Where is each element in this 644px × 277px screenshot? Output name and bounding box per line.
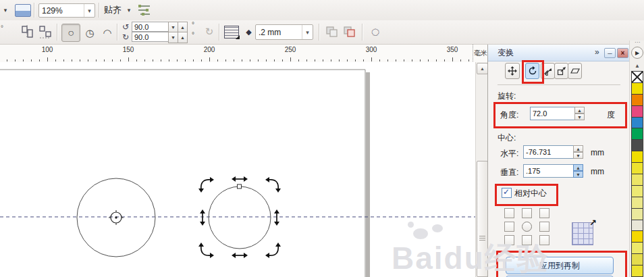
anchor-bottom-center[interactable] bbox=[522, 235, 532, 245]
vertical-center-input[interactable] bbox=[523, 164, 574, 178]
angle-label: 角度: bbox=[500, 109, 518, 121]
skew-handle-right[interactable] bbox=[274, 209, 279, 226]
horizontal-spin-down-icon[interactable]: ▼ bbox=[573, 152, 583, 159]
change-direction-icon: ↻ bbox=[203, 25, 216, 39]
color-swatch[interactable] bbox=[631, 95, 643, 106]
position-transform-button[interactable] bbox=[505, 63, 520, 79]
color-swatch[interactable] bbox=[631, 209, 643, 220]
angle-input[interactable] bbox=[530, 107, 576, 120]
color-swatch[interactable] bbox=[631, 106, 643, 118]
copies-grid-icon[interactable]: ↗ bbox=[572, 222, 593, 245]
start-angle-field[interactable]: 90.0 bbox=[132, 22, 171, 32]
apply-to-duplicate-button[interactable]: 应用到再制 bbox=[506, 257, 614, 274]
relative-center-checkbox[interactable] bbox=[502, 188, 512, 198]
relative-center-label: 相对中心 bbox=[514, 188, 547, 199]
color-swatch[interactable] bbox=[631, 231, 643, 243]
snap-dropdown-icon[interactable]: ▾ bbox=[126, 7, 132, 14]
alignment-guides-icon[interactable] bbox=[138, 4, 151, 16]
vertical-spin-up-icon[interactable]: ▲ bbox=[573, 164, 583, 171]
pie-mode-button[interactable]: ◷ bbox=[81, 24, 99, 42]
vertical-scrollbar[interactable]: ▲ bbox=[475, 62, 488, 277]
docker-overflow-icon[interactable]: » bbox=[595, 47, 599, 57]
no-color-swatch[interactable] bbox=[631, 71, 643, 83]
anchor-top-center[interactable] bbox=[522, 208, 532, 218]
rotation-center-marker[interactable] bbox=[109, 210, 124, 225]
anchor-top-right[interactable] bbox=[539, 208, 549, 218]
color-palette-swatches bbox=[630, 71, 644, 277]
outline-width-combo[interactable]: .2 mm ▾ bbox=[255, 24, 313, 40]
palette-flyout-button[interactable]: ▶ bbox=[631, 47, 643, 59]
selected-circle-shape[interactable] bbox=[209, 186, 271, 249]
palette-scroll-up-icon[interactable]: ▲ bbox=[633, 61, 642, 70]
ruler-tick-label: 350 bbox=[447, 46, 458, 53]
size-transform-button[interactable] bbox=[554, 63, 568, 79]
rotate-transform-button[interactable] bbox=[525, 63, 539, 79]
align-objects-icon[interactable] bbox=[20, 25, 34, 39]
color-swatch[interactable] bbox=[631, 266, 643, 277]
end-angle-spin-up[interactable]: ▲ bbox=[178, 32, 188, 43]
export-image-icon[interactable] bbox=[15, 4, 31, 17]
snap-to-button[interactable]: 贴齐 bbox=[104, 5, 122, 16]
skew-handle-top[interactable] bbox=[232, 176, 248, 182]
anchor-middle-right[interactable] bbox=[539, 222, 549, 232]
color-swatch[interactable] bbox=[631, 220, 643, 232]
drawing-canvas[interactable] bbox=[0, 62, 475, 277]
rotate-handle-top-right[interactable] bbox=[265, 177, 281, 193]
zoom-level-combo[interactable]: 129% ▾ bbox=[38, 3, 95, 18]
color-swatch[interactable] bbox=[631, 197, 643, 209]
convert-to-curves-icon[interactable]: ◌ bbox=[367, 23, 384, 41]
scale-mirror-transform-button[interactable] bbox=[541, 63, 555, 79]
color-swatch[interactable] bbox=[631, 83, 643, 95]
coreldraw-window: ▾ 129% ▾ 贴齐 ▾ ° ○ ◷ ◠ ↺ bbox=[0, 0, 644, 277]
color-swatch[interactable] bbox=[631, 186, 643, 197]
ruler-tick-label: 250 bbox=[285, 46, 296, 53]
scroll-up-button[interactable]: ▲ bbox=[477, 63, 488, 74]
horizontal-spinner[interactable]: ▲ ▼ bbox=[573, 145, 583, 159]
color-swatch[interactable] bbox=[631, 174, 643, 186]
anchor-bottom-left[interactable] bbox=[504, 235, 514, 245]
anchor-top-left[interactable] bbox=[504, 208, 514, 218]
rotate-handle-top-left[interactable] bbox=[198, 177, 214, 193]
rotate-handle-bottom-left[interactable] bbox=[198, 243, 214, 258]
anchor-center-radio[interactable] bbox=[522, 222, 532, 232]
horizontal-center-input[interactable] bbox=[523, 145, 574, 159]
zoom-dropdown-icon[interactable]: ▾ bbox=[84, 4, 95, 17]
anchor-bottom-right[interactable] bbox=[539, 235, 549, 245]
end-angle-spin-down[interactable]: ▼ bbox=[168, 32, 178, 43]
skew-handle-left[interactable] bbox=[200, 209, 205, 226]
color-swatch[interactable] bbox=[631, 151, 643, 163]
docker-titlebar[interactable]: 变换 » ─ × bbox=[488, 45, 630, 61]
horizontal-ruler[interactable]: 100150200250300350 bbox=[0, 45, 473, 63]
transform-docker: 变换 » ─ × 旋转: 角度: ▲ ▼ 度 中心: bbox=[487, 45, 630, 277]
color-swatch[interactable] bbox=[631, 140, 643, 151]
arc-mode-button[interactable]: ◠ bbox=[99, 24, 116, 42]
color-swatch[interactable] bbox=[631, 118, 643, 129]
color-swatch[interactable] bbox=[631, 243, 643, 254]
color-palette: ⋯ ▶ ▲ bbox=[629, 41, 644, 277]
color-swatch[interactable] bbox=[631, 254, 643, 266]
vertical-spin-down-icon[interactable]: ▼ bbox=[573, 171, 583, 178]
end-angle-field[interactable]: 90.0 bbox=[132, 32, 171, 42]
scrollbar-thumb[interactable] bbox=[477, 161, 488, 277]
horizontal-spin-up-icon[interactable]: ▲ bbox=[573, 145, 583, 152]
ruler-tick-label: 100 bbox=[42, 46, 53, 53]
vertical-spinner-highlighted[interactable]: ▲ ▼ bbox=[573, 164, 583, 178]
grid-arrow-icon: ↗ bbox=[589, 218, 597, 228]
color-swatch[interactable] bbox=[631, 128, 643, 140]
skew-transform-button[interactable] bbox=[568, 63, 582, 79]
angle-spin-up-icon[interactable]: ▲ bbox=[574, 107, 585, 114]
outline-width-dropdown-icon[interactable]: ▾ bbox=[302, 25, 313, 39]
docker-minimize-button[interactable]: ─ bbox=[604, 48, 616, 58]
toolbar-overflow-arrow-icon[interactable]: ▾ bbox=[1, 5, 9, 15]
ellipse-node-handle[interactable] bbox=[238, 184, 242, 188]
angle-spinner[interactable]: ▲ ▼ bbox=[574, 107, 585, 120]
anchor-middle-left[interactable] bbox=[504, 222, 514, 232]
angle-spin-down-icon[interactable]: ▼ bbox=[574, 114, 585, 120]
docker-close-button[interactable]: × bbox=[617, 48, 628, 58]
ellipse-mode-button[interactable]: ○ bbox=[61, 24, 80, 42]
rotate-handle-bottom-right[interactable] bbox=[265, 243, 281, 258]
skew-handle-bottom[interactable] bbox=[232, 253, 248, 258]
outline-width-value: .2 mm bbox=[256, 28, 302, 37]
color-swatch[interactable] bbox=[631, 163, 643, 174]
distribute-objects-icon[interactable] bbox=[38, 25, 53, 39]
